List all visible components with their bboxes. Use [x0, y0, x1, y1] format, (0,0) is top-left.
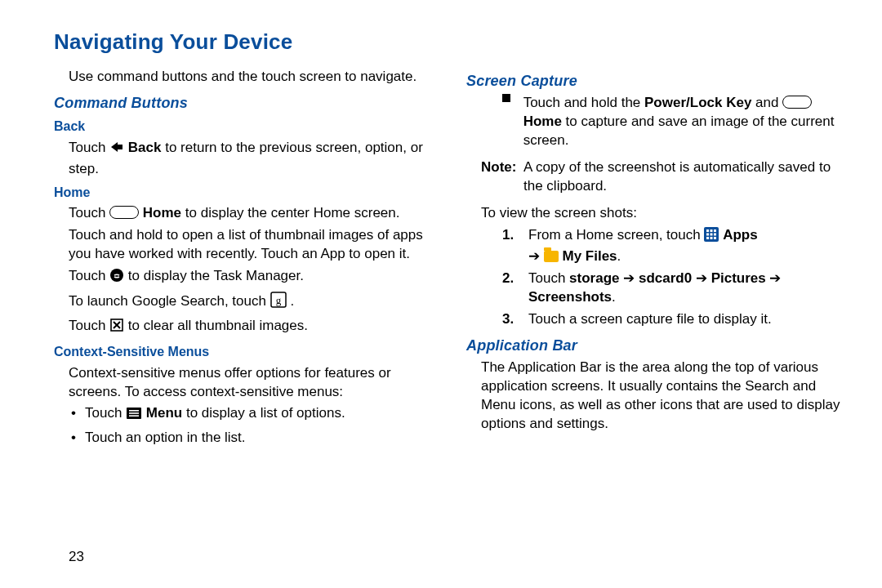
svg-rect-11 — [502, 94, 510, 102]
intro-text: Use command buttons and the touch screen… — [54, 68, 430, 87]
svg-rect-14 — [710, 229, 713, 232]
step-3: 3. Touch a screen capture file to displa… — [466, 310, 843, 329]
sc-bullet: Touch and hold the Power/Lock Key and Ho… — [466, 94, 843, 150]
home-desc-2: Touch and hold to open a list of thumbna… — [54, 226, 430, 264]
home-desc-4: To launch Google Search, touch g . — [54, 292, 430, 314]
appbar-desc: The Application Bar is the area along th… — [466, 359, 843, 434]
task-manager-icon — [109, 268, 124, 288]
svg-rect-19 — [706, 237, 709, 239]
menu-icon — [126, 407, 142, 425]
note-label: Note: — [481, 158, 517, 196]
step-1: 1. From a Home screen, touch Apps ➔ My F… — [466, 226, 843, 266]
svg-rect-9 — [129, 413, 139, 415]
step-number: 1. — [502, 226, 522, 266]
ctx-desc: Context-sensitive menus offer options fo… — [54, 364, 430, 402]
step-number: 3. — [502, 310, 522, 329]
ctx-bullet-2: • Touch an option in the list. — [54, 429, 430, 448]
heading-back: Back — [54, 118, 430, 136]
heading-home: Home — [54, 184, 430, 202]
square-bullet-icon — [502, 94, 517, 150]
left-column: Use command buttons and the touch screen… — [54, 65, 430, 451]
svg-rect-10 — [129, 416, 139, 417]
home-desc-5: Touch to clear all thumbnail images. — [54, 317, 430, 338]
svg-rect-17 — [710, 234, 713, 236]
svg-rect-15 — [714, 229, 716, 232]
bullet-icon: • — [69, 429, 78, 448]
svg-text:g: g — [275, 294, 281, 306]
step-2: 2. Touch storage ➔ sdcard0 ➔ Pictures ➔ … — [466, 270, 843, 307]
svg-rect-16 — [706, 234, 709, 236]
step-number: 2. — [502, 270, 522, 307]
heading-command-buttons: Command Buttons — [54, 93, 430, 113]
apps-icon — [704, 227, 719, 247]
ctx-bullet-1: • Touch Menu to display a list of option… — [54, 404, 430, 425]
google-search-icon: g — [270, 292, 287, 314]
svg-rect-18 — [714, 234, 716, 236]
clear-thumbnails-icon — [109, 318, 124, 338]
svg-point-1 — [110, 269, 123, 282]
page-title: Navigating Your Device — [54, 28, 843, 56]
back-icon — [109, 140, 124, 160]
svg-rect-21 — [714, 237, 716, 239]
view-intro: To view the screen shots: — [466, 204, 843, 223]
home-key-icon — [782, 96, 812, 109]
home-desc-1: Touch Home to display the center Home sc… — [54, 204, 430, 223]
folder-icon — [544, 251, 559, 262]
heading-screen-capture: Screen Capture — [466, 71, 843, 91]
svg-rect-13 — [706, 229, 709, 232]
heading-context-menus: Context-Sensitive Menus — [54, 343, 430, 361]
note-box: Note: A copy of the screenshot is automa… — [466, 158, 843, 196]
back-desc: Touch Back to return to the previous scr… — [54, 139, 430, 179]
svg-marker-0 — [111, 142, 122, 152]
svg-rect-20 — [710, 237, 713, 239]
note-body: A copy of the screenshot is automaticall… — [523, 158, 843, 196]
two-column-layout: Use command buttons and the touch screen… — [54, 65, 843, 451]
page-number: 23 — [69, 548, 84, 567]
home-key-icon — [109, 206, 139, 219]
svg-rect-8 — [129, 410, 139, 412]
bullet-icon: • — [69, 404, 78, 425]
home-desc-3: Touch to display the Task Manager. — [54, 267, 430, 288]
heading-application-bar: Application Bar — [466, 336, 843, 355]
right-column: Screen Capture Touch and hold the Power/… — [466, 65, 843, 451]
